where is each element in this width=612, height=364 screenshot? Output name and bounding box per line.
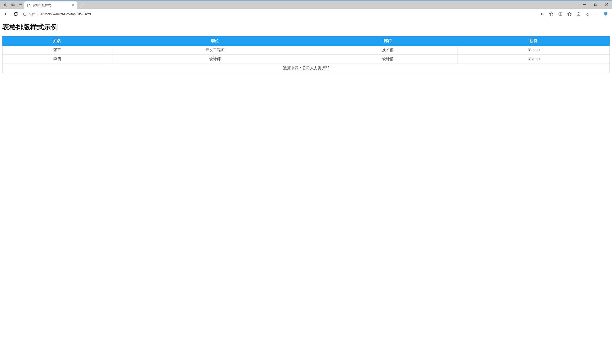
table-header-row: 姓名 职位 部门 薪资: [3, 37, 610, 46]
favorite-star-button[interactable]: [547, 10, 556, 18]
svg-point-11: [595, 14, 596, 14]
window-controls: [579, 0, 612, 9]
svg-point-12: [597, 14, 597, 14]
col-header-department: 部门: [318, 37, 458, 46]
cell-department: 技术部: [318, 46, 458, 55]
copilot-button[interactable]: [601, 10, 610, 18]
address-path: C:/Users/Wamtar/Desktop/23/23.html: [40, 12, 91, 16]
svg-rect-6: [594, 4, 596, 5]
cell-salary: ￥8000: [458, 46, 610, 55]
svg-point-13: [598, 14, 598, 14]
browser-toolbar: 文件 | C:/Users/Wamtar/Desktop/23/23.html: [0, 9, 612, 19]
collections-button[interactable]: [574, 10, 583, 18]
cell-position: 开发工程师: [112, 46, 318, 55]
tab-actions-button[interactable]: [17, 1, 24, 8]
tab-title: 表格排版样式: [32, 3, 69, 7]
data-table: 姓名 职位 部门 薪资 张三 开发工程师 技术部 ￥8000 李四 设计师 设计…: [2, 36, 610, 73]
page-content: 表格排版样式示例 姓名 职位 部门 薪资 张三 开发工程师 技术部 ￥8000 …: [0, 19, 612, 76]
cell-position: 设计师: [112, 55, 318, 64]
more-button[interactable]: [592, 10, 601, 18]
cell-salary: ￥7000: [458, 55, 610, 64]
cell-name: 李四: [3, 55, 112, 64]
address-bar[interactable]: 文件 | C:/Users/Wamtar/Desktop/23/23.html: [21, 10, 537, 18]
back-button[interactable]: [2, 10, 11, 18]
split-screen-button[interactable]: [556, 10, 565, 18]
close-tab-icon[interactable]: [71, 4, 75, 7]
favorites-button[interactable]: [565, 10, 574, 18]
address-separator: |: [37, 12, 38, 16]
svg-point-10: [588, 14, 589, 15]
col-header-position: 职位: [112, 37, 318, 46]
table-row: 李四 设计师 设计部 ￥7000: [3, 55, 610, 64]
new-tab-button[interactable]: [78, 1, 86, 8]
svg-rect-2: [12, 4, 13, 5]
svg-rect-4: [19, 4, 22, 6]
cell-name: 张三: [3, 46, 112, 55]
col-header-salary: 薪资: [458, 37, 610, 46]
tab-strip: 表格排版样式: [0, 0, 612, 9]
refresh-button[interactable]: [12, 10, 20, 18]
minimize-button[interactable]: [579, 0, 590, 8]
page-heading: 表格排版样式示例: [2, 23, 610, 32]
toolbar-right: [538, 10, 610, 18]
extensions-button[interactable]: [583, 10, 592, 18]
svg-point-0: [4, 3, 6, 5]
address-type-label: 文件: [29, 12, 35, 16]
workspaces-button[interactable]: [9, 1, 16, 8]
table-footer-text: 数据来源：公司人力资源部: [3, 64, 610, 73]
maximize-button[interactable]: [590, 0, 601, 8]
site-info-icon[interactable]: [23, 12, 27, 16]
col-header-name: 姓名: [3, 37, 112, 46]
close-window-button[interactable]: [601, 0, 612, 8]
cell-department: 设计部: [318, 55, 458, 64]
browser-chrome: 表格排版样式 文件 |: [0, 0, 612, 19]
document-icon: [27, 4, 30, 7]
browser-tab-active[interactable]: 表格排版样式: [24, 1, 77, 9]
table-row: 张三 开发工程师 技术部 ￥8000: [3, 46, 610, 55]
table-footer-row: 数据来源：公司人力资源部: [3, 64, 610, 73]
svg-rect-3: [13, 4, 14, 5]
read-aloud-button[interactable]: [538, 10, 546, 18]
profile-button[interactable]: [1, 1, 9, 8]
